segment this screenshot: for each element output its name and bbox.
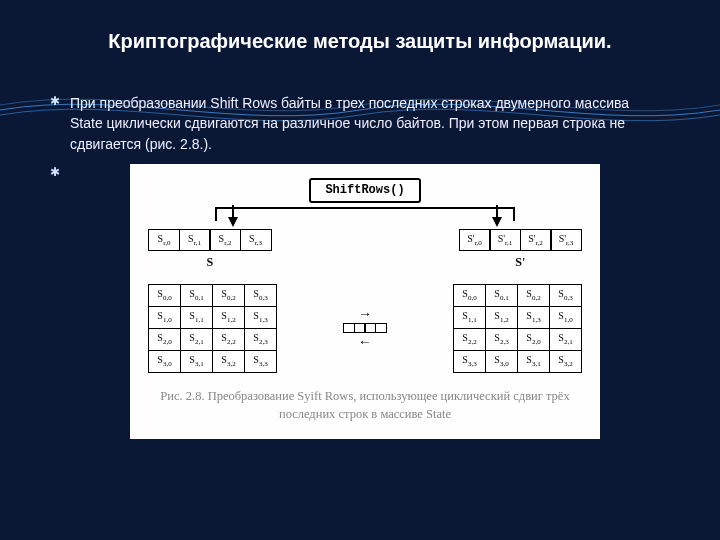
cell: Sr,2	[209, 229, 241, 251]
output-row-block: S'r,0 S'r,1 S'r,2 S'r,3 S'	[459, 229, 583, 271]
shiftrows-diagram: ShiftRows() Sr,0 Sr,1 Sr,2 Sr,3	[130, 164, 600, 439]
output-matrix: S0,0S0,1S0,2S0,3 S1,1S1,2S1,3S1,0 S2,2S2…	[453, 284, 582, 373]
bullet-diagram: ShiftRows() Sr,0 Sr,1 Sr,2 Sr,3	[70, 164, 660, 439]
figure-caption: Рис. 2.8. Преобразование Syift Rows, исп…	[148, 387, 582, 423]
arrow-right-icon: →	[358, 307, 372, 321]
input-matrix: S0,0S0,1S0,2S0,3 S1,0S1,1S1,2S1,3 S2,0S2…	[148, 284, 277, 373]
state-label-s: S	[206, 254, 213, 271]
shift-indicator: → ←	[343, 307, 387, 349]
slide-title: Криптографические методы защиты информац…	[0, 0, 720, 63]
bullet-description: При преобразовании Shift Rows байты в тр…	[70, 93, 660, 154]
state-label-sp: S'	[515, 254, 525, 271]
input-row-block: Sr,0 Sr,1 Sr,2 Sr,3 S	[148, 229, 272, 271]
cell: Sr,1	[179, 229, 211, 251]
cell: S'r,0	[459, 229, 491, 251]
arrow-down-right	[492, 217, 502, 227]
connector-line	[215, 207, 515, 221]
arrow-down-left	[228, 217, 238, 227]
cell: S'r,2	[520, 229, 552, 251]
cell: Sr,3	[240, 229, 272, 251]
cell: Sr,0	[148, 229, 180, 251]
cell: S'r,1	[489, 229, 521, 251]
shiftrows-label-box: ShiftRows()	[309, 178, 420, 203]
arrow-left-icon: ←	[358, 335, 372, 349]
cell: S'r,3	[550, 229, 582, 251]
